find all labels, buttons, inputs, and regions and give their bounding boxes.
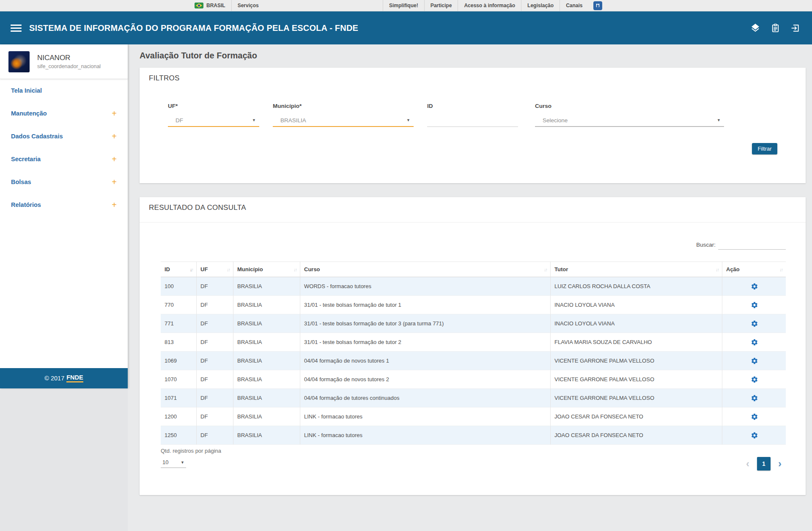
settings-gear-icon[interactable] bbox=[751, 394, 758, 402]
sidebar-item-secretaria[interactable]: Secretaria+ bbox=[0, 148, 128, 171]
cell-id: 1250 bbox=[161, 426, 197, 445]
column-header-uf[interactable]: UF ↓↑ bbox=[197, 261, 233, 277]
column-header-municipio[interactable]: Município ↓↑ bbox=[233, 261, 300, 277]
sidebar: NICANOR sife_coordenador_nacional Tela I… bbox=[0, 44, 128, 388]
per-page-select[interactable]: 10 ▼ bbox=[161, 457, 186, 468]
cell-municipio: BRASILIA bbox=[233, 407, 300, 426]
user-box: NICANOR sife_coordenador_nacional bbox=[0, 44, 128, 79]
settings-gear-icon[interactable] bbox=[751, 432, 758, 439]
chevron-down-icon: ▼ bbox=[252, 118, 256, 122]
cell-municipio: BRASILIA bbox=[233, 352, 300, 370]
cell-uf: DF bbox=[197, 426, 233, 445]
settings-gear-icon[interactable] bbox=[751, 413, 758, 421]
cell-acao bbox=[722, 426, 786, 445]
cell-uf: DF bbox=[197, 314, 233, 333]
municipio-selected-value: BRASILIA bbox=[280, 117, 306, 124]
settings-gear-icon[interactable] bbox=[751, 376, 758, 383]
sidebar-item-tela-inicial[interactable]: Tela Inicial bbox=[0, 79, 128, 102]
cell-uf: DF bbox=[197, 352, 233, 370]
chevron-down-icon: ▼ bbox=[717, 118, 721, 122]
link-participe[interactable]: Participe bbox=[425, 0, 458, 11]
cell-municipio: BRASILIA bbox=[233, 333, 300, 352]
prev-page-button[interactable]: ‹ bbox=[746, 459, 749, 469]
municipio-select[interactable]: BRASILIA ▼ bbox=[273, 114, 414, 127]
brasil-brand[interactable]: BRASIL bbox=[189, 0, 231, 11]
link-acesso-informacao[interactable]: Acesso à informação bbox=[458, 0, 521, 11]
plus-icon: + bbox=[112, 132, 117, 140]
cell-id: 1069 bbox=[161, 352, 197, 370]
sidebar-item-dados-cadastrais[interactable]: Dados Cadastrais+ bbox=[0, 125, 128, 148]
cell-uf: DF bbox=[197, 407, 233, 426]
link-simplifique[interactable]: Simplifique! bbox=[383, 0, 424, 11]
cell-acao bbox=[722, 277, 786, 296]
sort-icon: ↓↑ bbox=[716, 267, 719, 272]
app-title: SISTEMA DE INFORMAÇÃO DO PROGRAMA FORMAÇ… bbox=[29, 23, 358, 33]
table-header-row: ID ↓↑ UF ↓↑ Município ↓↑ Curso ↓↑ Tutor bbox=[161, 261, 786, 277]
cell-id: 1200 bbox=[161, 407, 197, 426]
link-servicos[interactable]: Serviços bbox=[232, 0, 265, 11]
cell-municipio: BRASILIA bbox=[233, 296, 300, 314]
link-canais[interactable]: Canais bbox=[560, 0, 588, 11]
avatar bbox=[8, 51, 30, 72]
id-input[interactable] bbox=[429, 117, 515, 124]
libras-accessibility-icon[interactable] bbox=[593, 1, 602, 10]
column-header-acao[interactable]: Ação ↓↑ bbox=[722, 261, 786, 277]
column-header-curso[interactable]: Curso ↓↑ bbox=[300, 261, 551, 277]
user-name: NICANOR bbox=[37, 54, 101, 62]
chevron-down-icon: ▼ bbox=[406, 118, 410, 122]
sort-icon: ↓↑ bbox=[779, 267, 782, 272]
clipboard-icon[interactable] bbox=[771, 23, 780, 33]
cell-acao bbox=[722, 370, 786, 389]
settings-gear-icon[interactable] bbox=[751, 283, 758, 290]
settings-gear-icon[interactable] bbox=[751, 357, 758, 365]
layers-icon[interactable] bbox=[750, 23, 760, 33]
cell-tutor: VICENTE GARRONE PALMA VELLOSO bbox=[551, 389, 722, 407]
cell-acao bbox=[722, 352, 786, 370]
sidebar-item-manutencao[interactable]: Manutenção+ bbox=[0, 102, 128, 125]
search-label: Buscar: bbox=[696, 242, 716, 250]
sort-icon: ↓↑ bbox=[544, 267, 547, 272]
table-row: 770 DF BRASILIA 31/01 - teste bolsas for… bbox=[161, 296, 786, 314]
table-row: 1069 DF BRASILIA 04/04 formação de novos… bbox=[161, 352, 786, 370]
plus-icon: + bbox=[112, 109, 117, 118]
table-row: 1200 DF BRASILIA LINK - formacao tutores… bbox=[161, 407, 786, 426]
cell-uf: DF bbox=[197, 296, 233, 314]
column-header-id[interactable]: ID ↓↑ bbox=[161, 261, 197, 277]
fnde-link[interactable]: FNDE bbox=[66, 374, 83, 382]
table-row: 1250 DF BRASILIA LINK - formacao tutores… bbox=[161, 426, 786, 445]
sidebar-item-relatorios[interactable]: Relatórios+ bbox=[0, 193, 128, 216]
settings-gear-icon[interactable] bbox=[751, 338, 758, 346]
next-page-button[interactable]: › bbox=[778, 459, 782, 469]
link-legislacao[interactable]: Legislação bbox=[521, 0, 560, 11]
plus-icon: + bbox=[112, 201, 117, 209]
cell-tutor: LUIZ CARLOS ROCHA DALLA COSTA bbox=[551, 277, 722, 296]
curso-select[interactable]: Selecione ▼ bbox=[535, 114, 724, 127]
results-card: RESULTADO DA CONSULTA Buscar: ID ↓↑ UF ↓… bbox=[140, 197, 806, 495]
page-title: Avaliação Tutor de Formação bbox=[140, 51, 257, 61]
settings-gear-icon[interactable] bbox=[751, 320, 758, 327]
filters-card: FILTROS UF* DF ▼ Município* BRASILIA ▼ I… bbox=[140, 68, 806, 183]
filter-field-municipio: Município* BRASILIA ▼ bbox=[273, 103, 414, 127]
filters-heading: FILTROS bbox=[149, 74, 180, 83]
divider bbox=[140, 222, 806, 223]
filter-field-id: ID bbox=[427, 103, 518, 127]
filtrar-button[interactable]: Filtrar bbox=[752, 143, 777, 154]
government-bar: BRASIL Serviços Simplifique! Participe A… bbox=[0, 0, 812, 11]
curso-selected-value: Selecione bbox=[543, 117, 568, 124]
pagination: ‹ 1 › bbox=[746, 457, 782, 470]
menu-icon[interactable] bbox=[11, 23, 22, 33]
column-header-tutor[interactable]: Tutor ↓↑ bbox=[551, 261, 722, 277]
cell-acao bbox=[722, 333, 786, 352]
table-row: 1070 DF BRASILIA 04/04 formação de novos… bbox=[161, 370, 786, 389]
settings-gear-icon[interactable] bbox=[751, 301, 758, 309]
sidebar-item-bolsas[interactable]: Bolsas+ bbox=[0, 171, 128, 193]
uf-select[interactable]: DF ▼ bbox=[168, 114, 259, 127]
filter-label-id: ID bbox=[427, 103, 518, 109]
current-page-button[interactable]: 1 bbox=[757, 457, 771, 470]
cell-municipio: BRASILIA bbox=[233, 314, 300, 333]
brazil-flag-icon bbox=[195, 3, 203, 8]
cell-municipio: BRASILIA bbox=[233, 370, 300, 389]
logout-icon[interactable] bbox=[790, 23, 800, 33]
search-input[interactable] bbox=[718, 239, 786, 250]
sort-icon: ↓↑ bbox=[190, 267, 193, 272]
